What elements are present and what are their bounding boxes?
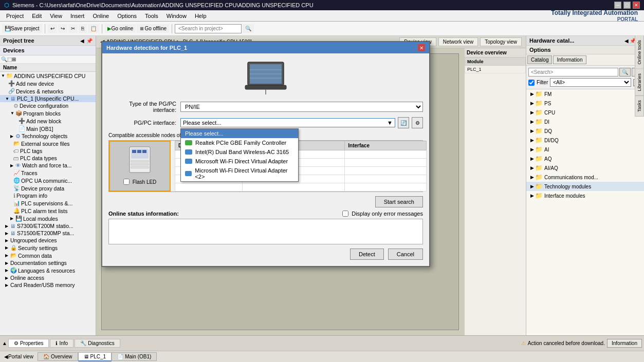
tree-item-program-blocks[interactable]: ▼ 📦 Program blocks bbox=[0, 109, 96, 117]
catalog-minimize-btn[interactable]: ◀ bbox=[624, 38, 629, 44]
dropdown-item-3[interactable]: Microsoft Wi-Fi Direct Virtual Adapter bbox=[181, 157, 298, 166]
catalog-item-ps[interactable]: ▶ 📁 PS bbox=[526, 99, 644, 108]
tasks-side-tab[interactable]: Tasks bbox=[635, 96, 644, 117]
catalog-item-cpu[interactable]: ▶ 📁 CPU bbox=[526, 108, 644, 117]
plc-portal-btn[interactable]: 🖥 PLC_1 bbox=[78, 352, 112, 361]
catalog-item-aiaq[interactable]: ▶ 📁 AI/AQ bbox=[526, 163, 644, 173]
tree-item-online[interactable]: ▶ Online access bbox=[0, 274, 96, 281]
toolbar-cut[interactable]: ✂ bbox=[68, 24, 78, 33]
tree-item-proxy[interactable]: 📡 Device proxy data bbox=[0, 184, 96, 192]
information-tab-btn[interactable]: Information bbox=[553, 55, 586, 64]
overview-btn[interactable]: 🏠 Overview bbox=[38, 352, 78, 361]
tree-item-common[interactable]: ▶ 📂 Common data bbox=[0, 252, 96, 259]
pgpc-select[interactable]: Please select... ▼ bbox=[180, 118, 395, 127]
tree-item-s7300[interactable]: ▶ 🖥 S7300/ET200M statio... bbox=[0, 222, 96, 230]
devices-tab[interactable]: Devices bbox=[0, 46, 96, 55]
cancel-btn[interactable]: Cancel bbox=[388, 249, 423, 260]
tree-item-plc-data[interactable]: 🗃 PLC data types bbox=[0, 155, 96, 162]
error-only-checkbox[interactable] bbox=[342, 211, 348, 217]
tree-item-opc[interactable]: 🌐 OPC UA communic... bbox=[0, 177, 96, 184]
tree-item-s71500[interactable]: ▶ 🖥 S71500/ET200MP sta... bbox=[0, 230, 96, 237]
catalog-item-dq[interactable]: ▶ 📁 DQ bbox=[526, 126, 644, 136]
filter-select[interactable]: <All> bbox=[550, 78, 631, 87]
modal-close-btn[interactable]: ✕ bbox=[418, 44, 425, 51]
flash-led-checkbox[interactable] bbox=[123, 179, 130, 185]
dropdown-item-4[interactable]: Microsoft Wi-Fi Direct Virtual Adapter <… bbox=[181, 166, 298, 181]
dropdown-item-0[interactable]: Please select... bbox=[181, 129, 298, 138]
tree-item-docs[interactable]: ▶ Documentation settings bbox=[0, 259, 96, 266]
tree-item-plc-tags[interactable]: 🏷 PLC tags bbox=[0, 147, 96, 155]
toolbar-paste[interactable]: 📋 bbox=[88, 24, 99, 33]
tree-item-local[interactable]: ▶ 💾 Local modules bbox=[0, 215, 96, 222]
tree-item-watch-force[interactable]: ▶ 👁 Watch and force ta... bbox=[0, 162, 96, 169]
restore-btn[interactable]: □ bbox=[623, 2, 631, 9]
main-portal-btn[interactable]: 📄 Main (OB1) bbox=[112, 352, 157, 361]
filter-checkbox[interactable] bbox=[528, 80, 535, 86]
menu-project[interactable]: Project bbox=[2, 12, 28, 20]
tree-item-plc1[interactable]: ▼ 🖥 PLC_1 [Unspecific CPU... bbox=[0, 95, 96, 102]
view-tab2[interactable]: Network view bbox=[438, 37, 478, 46]
tree-item-devices-networks[interactable]: 🔗 Devices & networks bbox=[0, 87, 96, 95]
tree-item-traces[interactable]: 📈 Traces bbox=[0, 169, 96, 177]
info-panel-btn[interactable]: Information bbox=[607, 339, 642, 348]
tree-item-device-config[interactable]: ⚙ Device configuration bbox=[0, 102, 96, 109]
interface-type-select[interactable]: PN/IE bbox=[180, 102, 423, 112]
detect-btn[interactable]: Detect bbox=[350, 249, 384, 260]
menu-online[interactable]: Online bbox=[88, 12, 113, 20]
online-tools-side-tab[interactable]: Online tools bbox=[635, 36, 644, 69]
catalog-search-btn[interactable]: 🔍 bbox=[619, 68, 631, 77]
start-search-btn[interactable]: Start search bbox=[375, 196, 423, 207]
tree-item-project[interactable]: ▼ 📁 ADDING UNSPECIFIED CPU bbox=[0, 72, 96, 80]
tree-btn2[interactable]: ⬚ bbox=[7, 56, 12, 62]
catalog-item-aq[interactable]: ▶ 📁 AQ bbox=[526, 154, 644, 163]
tree-item-add-device[interactable]: ➕ Add new device bbox=[0, 80, 96, 87]
tree-item-prog-info[interactable]: ℹ Program info bbox=[0, 192, 96, 199]
toolbar-undo[interactable]: ↩ bbox=[48, 24, 57, 33]
go-offline-btn[interactable]: ⏹ Go offline bbox=[137, 24, 169, 33]
info-tab[interactable]: ℹ Info bbox=[50, 339, 73, 348]
refresh-btn[interactable]: 🔄 bbox=[398, 117, 409, 128]
tree-collapse-btn[interactable]: ◀ bbox=[80, 38, 84, 44]
catalog-item-di[interactable]: ▶ 📁 DI bbox=[526, 117, 644, 126]
tree-btn1[interactable]: 🔍 bbox=[1, 56, 7, 62]
toolbar-redo[interactable]: ↪ bbox=[58, 24, 67, 33]
catalog-item-tech[interactable]: ▶ 📁 Technology modules bbox=[526, 182, 644, 191]
dropdown-item-2[interactable]: Intel(R) Dual Band Wireless-AC 3165 bbox=[181, 147, 298, 157]
settings-btn[interactable]: ⚙ bbox=[412, 117, 423, 128]
tree-item-ext-files[interactable]: 📂 External source files bbox=[0, 140, 96, 147]
minimize-btn[interactable]: ─ bbox=[614, 2, 621, 9]
tree-item-tech-objects[interactable]: ▶ ⚙ Technology objects bbox=[0, 132, 96, 140]
menu-tools[interactable]: Tools bbox=[141, 12, 162, 20]
go-online-btn[interactable]: ▶ Go online bbox=[105, 24, 136, 33]
menu-edit[interactable]: Edit bbox=[28, 12, 46, 20]
view-tab3[interactable]: Topology view bbox=[480, 37, 522, 46]
details-collapse-btn[interactable]: ▲ bbox=[2, 340, 7, 346]
tree-btn3[interactable]: ⊞ bbox=[12, 56, 16, 62]
tree-item-main[interactable]: 📄 Main [OB1] bbox=[0, 125, 96, 132]
tree-item-security[interactable]: ▶ 🔒 Security settings bbox=[0, 244, 96, 252]
menu-options[interactable]: Options bbox=[113, 12, 141, 20]
search-input[interactable] bbox=[175, 24, 242, 33]
diagnostics-tab[interactable]: 🔧 Diagnostics bbox=[75, 339, 120, 348]
catalog-search-input[interactable] bbox=[528, 68, 618, 77]
libraries-side-tab[interactable]: Libraries bbox=[635, 69, 644, 96]
tree-item-super[interactable]: 📊 PLC supervisions &... bbox=[0, 199, 96, 207]
properties-tab[interactable]: ⚙ Properties bbox=[8, 339, 49, 348]
toolbar-copy[interactable]: ⎘ bbox=[79, 24, 87, 33]
catalog-item-interface[interactable]: ▶ 📁 Interface modules bbox=[526, 191, 644, 200]
menu-insert[interactable]: Insert bbox=[66, 12, 89, 20]
plc-module-row[interactable]: PLC_1 bbox=[465, 66, 526, 73]
tree-item-add-block[interactable]: ➕ Add new block bbox=[0, 117, 96, 125]
dropdown-item-1[interactable]: Realtek PCIe GBE Family Controller bbox=[181, 138, 298, 147]
catalog-item-didq[interactable]: ▶ 📁 DI/DQ bbox=[526, 136, 644, 145]
catalog-tab-btn[interactable]: Catalog bbox=[527, 55, 552, 64]
tree-item-ungrouped[interactable]: ▶ Ungrouped devices bbox=[0, 237, 96, 244]
tree-pin-btn[interactable]: 📌 bbox=[86, 38, 93, 44]
tree-item-lang[interactable]: ▶ 🌍 Languages & resources bbox=[0, 266, 96, 274]
close-btn[interactable]: ✕ bbox=[633, 2, 640, 9]
catalog-item-fm[interactable]: ▶ 📁 FM bbox=[526, 89, 644, 99]
menu-help[interactable]: Help bbox=[191, 12, 211, 20]
catalog-item-comm[interactable]: ▶ 📁 Communications mod... bbox=[526, 173, 644, 182]
tree-item-card[interactable]: ▶ Card Reader/USB memory bbox=[0, 281, 96, 289]
tree-item-alarm[interactable]: 🔔 PLC alarm text lists bbox=[0, 207, 96, 215]
